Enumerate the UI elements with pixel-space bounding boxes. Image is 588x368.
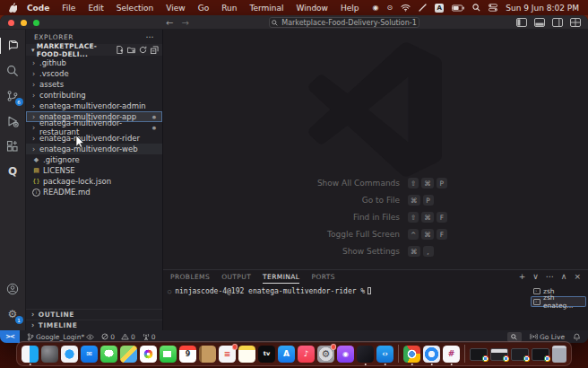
go-live-button[interactable]: Go Live	[530, 333, 565, 341]
spotlight-icon[interactable]	[472, 4, 480, 12]
input-source-icon[interactable]: A	[435, 4, 444, 13]
ports-status[interactable]: 0	[143, 333, 156, 341]
OUTPUT[interactable]: OUTPUT	[221, 270, 251, 284]
control-center-icon[interactable]	[489, 4, 497, 12]
source-control-view-icon[interactable]: 6	[0, 83, 26, 109]
menubar-clock[interactable]: Sun 9 Jun 8:02 PM	[506, 4, 579, 13]
LICENSE[interactable]: LICENSE	[26, 165, 162, 176]
zoom-status-icon[interactable]	[507, 332, 522, 342]
enatega-multivendor-web[interactable]: › enatega-multivendor-web	[26, 144, 162, 154]
menubar-item[interactable]: View	[160, 4, 191, 13]
project-root-row[interactable]: ▾ MARKETPLACE-FOOD-DELI...	[26, 44, 162, 56]
minimized-window-3[interactable]	[511, 348, 529, 361]
quicktime-dock-icon[interactable]	[423, 346, 440, 363]
battery-icon[interactable]	[452, 4, 464, 12]
close-window-button[interactable]	[8, 20, 14, 26]
menubar-item[interactable]: Terminal	[243, 4, 290, 13]
launchpad-dock-icon[interactable]	[41, 346, 58, 363]
search-view-icon[interactable]	[0, 58, 26, 83]
PORTS[interactable]: PORTS	[311, 270, 334, 284]
.vscode[interactable]: › .vscode	[26, 68, 162, 79]
command-center[interactable]: Marketplace-Food-Delivery-Solution-1	[269, 17, 419, 28]
facetime-dock-icon[interactable]	[160, 346, 177, 363]
q-extension-icon[interactable]: Q	[0, 159, 26, 184]
toggle-sidebar-icon[interactable]	[516, 18, 527, 27]
accounts-icon[interactable]	[0, 276, 26, 302]
menubar-item[interactable]: Run	[215, 4, 243, 13]
mail-dock-icon[interactable]: ✉	[81, 346, 98, 363]
extensions-view-icon[interactable]	[0, 134, 26, 159]
README.md[interactable]: README.md	[26, 187, 162, 197]
explorer-view-icon[interactable]	[0, 33, 26, 58]
slack-dock-icon[interactable]: #	[443, 346, 460, 363]
package-lock.json[interactable]: package-lock.json	[26, 176, 162, 187]
settings-dock-icon[interactable]: ⚙	[317, 346, 334, 363]
wifi-icon[interactable]	[401, 4, 411, 12]
explorer-more-actions-icon[interactable]: ⋯	[145, 32, 154, 41]
assets[interactable]: › assets	[26, 79, 162, 90]
photos-dock-icon[interactable]	[140, 346, 157, 363]
toggle-secondary-sidebar-icon[interactable]	[552, 18, 563, 27]
contacts-dock-icon[interactable]	[199, 346, 216, 363]
dock-separator[interactable]	[398, 345, 399, 363]
notes-dock-icon[interactable]	[238, 346, 255, 363]
customize-layout-icon[interactable]	[570, 18, 581, 27]
finder-dock-icon[interactable]	[22, 346, 39, 363]
zsh enateg...[interactable]: zsh enateg...	[531, 296, 586, 307]
screen-mirroring-icon[interactable]: ⊙	[387, 4, 393, 12]
refresh-icon[interactable]	[139, 46, 147, 54]
calendar-dock-icon[interactable]: 9	[179, 346, 196, 363]
new-terminal-icon[interactable]: +	[519, 273, 526, 281]
appstore-dock-icon[interactable]: A	[278, 346, 295, 363]
run-debug-view-icon[interactable]	[0, 109, 26, 134]
remote-indicator[interactable]: ><	[0, 330, 20, 343]
record-icon[interactable]: ◉	[373, 4, 379, 12]
forward-button[interactable]: →	[181, 18, 188, 28]
menubar-item[interactable]: Window	[290, 4, 334, 13]
bell-icon[interactable]	[573, 333, 581, 341]
close-panel-icon[interactable]: ×	[574, 273, 581, 281]
back-button[interactable]: ←	[166, 18, 173, 28]
problems-status[interactable]: 0 0	[101, 333, 135, 341]
PROBLEMS[interactable]: PROBLEMS	[170, 270, 210, 284]
menubar-item[interactable]: Code	[21, 4, 56, 13]
tv-dock-icon[interactable]: tv	[258, 346, 275, 363]
TIMELINE[interactable]: › TIMELINE	[26, 320, 162, 330]
collapse-folders-icon[interactable]	[151, 46, 159, 54]
chrome-dock-icon[interactable]	[403, 346, 420, 363]
menubar-item[interactable]: Go	[192, 4, 215, 13]
.github[interactable]: › .github	[26, 57, 162, 68]
reminders-dock-icon[interactable]: ≡	[219, 346, 236, 363]
maximize-panel-icon[interactable]: ∧	[561, 273, 567, 281]
dark-app-dock-icon[interactable]	[357, 346, 374, 363]
menubar-item[interactable]: Help	[334, 4, 366, 13]
enatega-multivendor-restaurant[interactable]: › enatega-multivendor-restaurant ●	[26, 122, 162, 133]
TERMINAL[interactable]: TERMINAL	[263, 270, 299, 284]
enatega-multivendor-admin[interactable]: › enatega-multivendor-admin	[26, 101, 162, 111]
podcasts-dock-icon[interactable]: ◉	[337, 346, 354, 363]
settings-gear-icon[interactable]: ⚙ 1	[0, 302, 26, 327]
terminal-content[interactable]: ○ ninjascode-4@192 enatega-multivendor-r…	[163, 284, 531, 330]
.gitignore[interactable]: .gitignore	[26, 154, 162, 165]
more-actions-icon[interactable]: ⋯	[546, 273, 554, 281]
menubar-item[interactable]: File	[56, 4, 82, 13]
git-branch-status[interactable]: Google_Login*	[27, 333, 94, 341]
dock-separator[interactable]	[464, 345, 465, 363]
minimized-window-4[interactable]	[532, 348, 549, 361]
zoom-window-button[interactable]	[33, 20, 39, 26]
messages-dock-icon[interactable]	[100, 346, 117, 363]
music-dock-icon[interactable]: ♪	[298, 346, 315, 363]
trash-dock-icon[interactable]	[552, 346, 566, 363]
terminal-dropdown-icon[interactable]: ∨	[532, 273, 539, 281]
enatega-multivendor-rider[interactable]: › enatega-multivendor-rider	[26, 133, 162, 144]
maps-dock-icon[interactable]	[120, 346, 137, 363]
vscode-dock-icon[interactable]: ‹›	[376, 346, 393, 363]
minimized-window-2[interactable]	[490, 348, 508, 361]
pencil-icon[interactable]	[419, 4, 427, 12]
toggle-panel-icon[interactable]	[534, 18, 545, 27]
menubar-item[interactable]: Selection	[110, 4, 160, 13]
minimize-window-button[interactable]	[21, 20, 27, 26]
apple-menu-icon[interactable]	[9, 3, 17, 13]
safari-dock-icon[interactable]	[61, 346, 78, 363]
contributing[interactable]: › contributing	[26, 90, 162, 101]
